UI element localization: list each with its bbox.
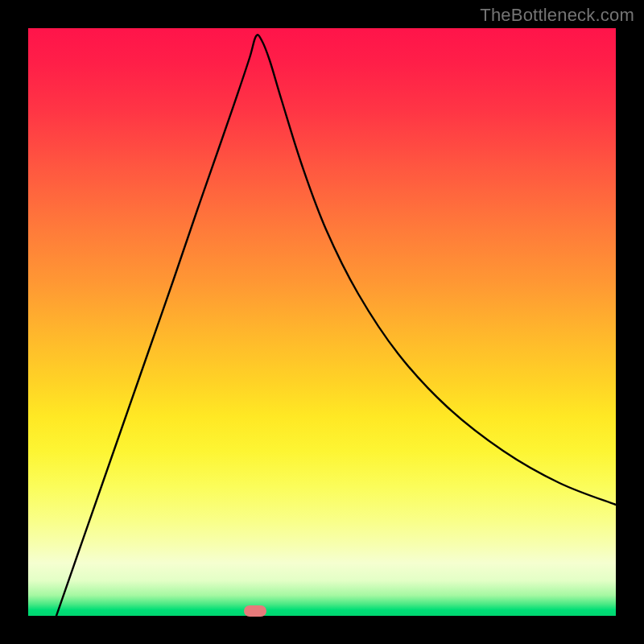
plot-area	[28, 28, 616, 616]
curve-svg	[28, 28, 616, 616]
watermark-text: TheBottleneck.com	[480, 5, 634, 26]
chart-frame: TheBottleneck.com	[0, 0, 644, 644]
bottleneck-curve	[56, 35, 616, 616]
